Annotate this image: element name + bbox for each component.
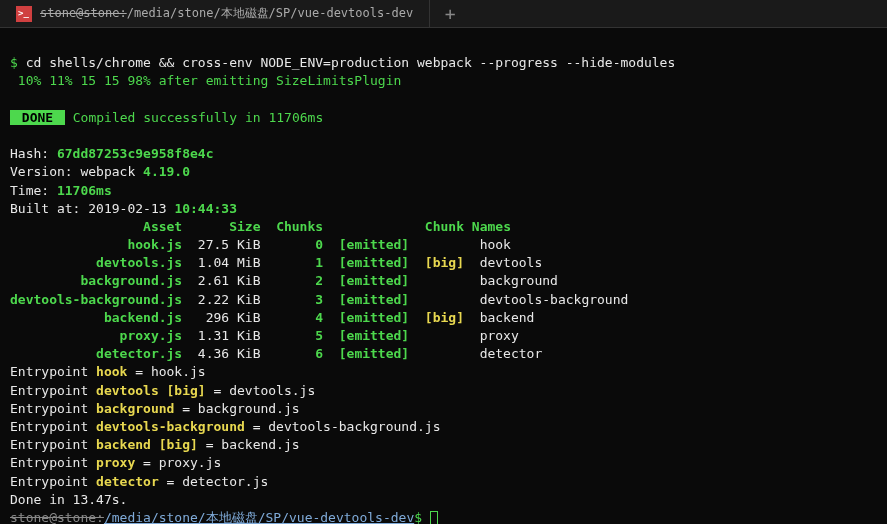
entrypoint-line: Entrypoint devtools-background = devtool… (10, 419, 440, 434)
version-value: 4.19.0 (143, 164, 190, 179)
version-label: Version: webpack (10, 164, 143, 179)
new-tab-button[interactable]: + (430, 1, 470, 26)
built-time: 10:44:33 (174, 201, 237, 216)
prompt-symbol: $ (10, 55, 26, 70)
asset-row: devtools-background.js 2.22 KiB 3 [emitt… (10, 292, 628, 307)
hash-label: Hash: (10, 146, 57, 161)
entrypoint-line: Entrypoint background = background.js (10, 401, 300, 416)
terminal-tab[interactable]: stone@stone:/media/stone/本地磁盘/SP/vue-dev… (0, 0, 430, 27)
tab-title: stone@stone:/media/stone/本地磁盘/SP/vue-dev… (40, 5, 413, 22)
entrypoint-line: Entrypoint devtools [big] = devtools.js (10, 383, 315, 398)
done-message: Compiled successfully in 11706ms (65, 110, 323, 125)
terminal-output[interactable]: $ cd shells/chrome && cross-env NODE_ENV… (0, 28, 887, 524)
asset-row: hook.js 27.5 KiB 0 [emitted] hook (10, 237, 511, 252)
time-label: Time: (10, 183, 57, 198)
entrypoint-line: Entrypoint backend [big] = backend.js (10, 437, 300, 452)
entrypoint-list: Entrypoint hook = hook.js Entrypoint dev… (10, 363, 877, 490)
done-badge: DONE (10, 110, 65, 125)
entrypoint-line: Entrypoint detector = detector.js (10, 474, 268, 489)
final-prompt: stone@stone:/media/stone/本地磁盘/SP/vue-dev… (10, 510, 430, 524)
asset-row: proxy.js 1.31 KiB 5 [emitted] proxy (10, 328, 519, 343)
entrypoint-line: Entrypoint proxy = proxy.js (10, 455, 221, 470)
asset-row: background.js 2.61 KiB 2 [emitted] backg… (10, 273, 558, 288)
time-value: 11706ms (57, 183, 112, 198)
entrypoint-line: Entrypoint hook = hook.js (10, 364, 206, 379)
titlebar: stone@stone:/media/stone/本地磁盘/SP/vue-dev… (0, 0, 887, 28)
done-in: Done in 13.47s. (10, 492, 127, 507)
asset-table: hook.js 27.5 KiB 0 [emitted] hook devtoo… (10, 236, 877, 363)
asset-row: backend.js 296 KiB 4 [emitted] [big] bac… (10, 310, 534, 325)
terminal-icon (16, 6, 32, 22)
asset-row: devtools.js 1.04 MiB 1 [emitted] [big] d… (10, 255, 542, 270)
command-line: cd shells/chrome && cross-env NODE_ENV=p… (26, 55, 676, 70)
hash-value: 67dd87253c9e958f8e4c (57, 146, 214, 161)
built-label: Built at: 2019-02-13 (10, 201, 174, 216)
table-header: Asset Size Chunks Chunk Names (10, 219, 511, 234)
progress-line: 10% 11% 15 15 98% after emitting SizeLim… (10, 73, 401, 88)
cursor-icon (430, 511, 438, 524)
asset-row: detector.js 4.36 KiB 6 [emitted] detecto… (10, 346, 542, 361)
